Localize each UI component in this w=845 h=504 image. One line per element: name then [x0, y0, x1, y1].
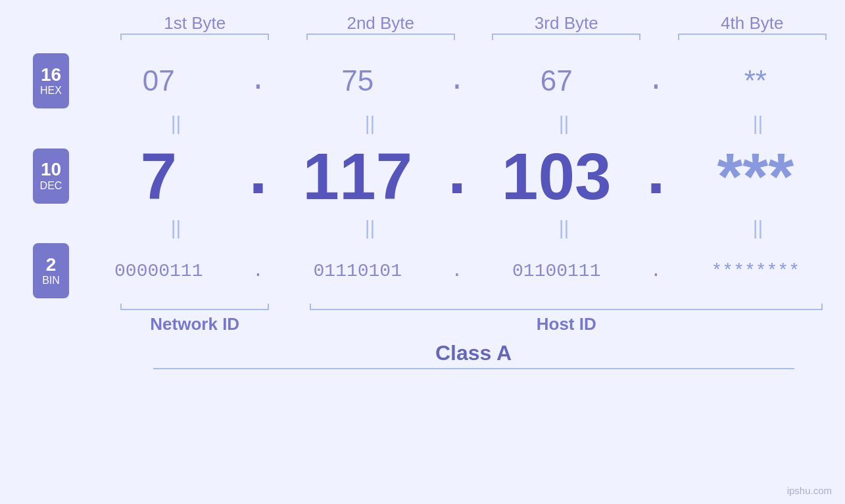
- byte3-header: 3rd Byte: [473, 13, 660, 34]
- bin-dot3: .: [646, 261, 666, 281]
- hex-badge: 16 HEX: [33, 53, 69, 108]
- bin-b4: ********: [712, 261, 800, 281]
- dec-row: 10 DEC 7 . 117 . 103 . ***: [0, 139, 845, 213]
- dec-badge-cell: 10 DEC: [0, 149, 69, 204]
- bracket-byte3: [473, 34, 660, 40]
- equals-sep-2: [457, 108, 477, 139]
- equals2-sep-1: [263, 213, 283, 243]
- dec-dot3: .: [646, 139, 666, 213]
- bin-b3: 01100111: [512, 261, 600, 281]
- dec-badge-label: DEC: [40, 180, 62, 192]
- dec-b2-cell: 117: [268, 143, 448, 209]
- byte2-header: 2nd Byte: [288, 13, 474, 34]
- hex-b3-cell: 67: [467, 64, 646, 97]
- bin-badge-cell: 2 BIN: [0, 243, 69, 298]
- main-container: 1st Byte 2nd Byte 3rd Byte 4th Byte 16 H…: [0, 0, 845, 504]
- watermark: ipshu.com: [787, 485, 832, 496]
- dec-b3: 103: [502, 143, 612, 209]
- dec-b3-cell: 103: [467, 143, 646, 209]
- host-bracket-wrapper: [288, 304, 846, 310]
- hex-dot3: .: [646, 64, 666, 97]
- byte1-header: 1st Byte: [102, 13, 288, 34]
- hex-badge-cell: 16 HEX: [0, 53, 69, 108]
- dec-b4: ***: [717, 143, 794, 209]
- dec-dot2: .: [447, 139, 467, 213]
- hex-b4: **: [744, 64, 767, 97]
- hex-dot2: .: [447, 64, 467, 97]
- equals-sep-0: [69, 108, 89, 139]
- bracket-line-1: [120, 34, 269, 40]
- hex-b2-cell: 75: [268, 64, 448, 97]
- bin-b1: 00000111: [114, 261, 203, 281]
- bin-dot1: .: [249, 261, 268, 281]
- equals-row-2: || || || ||: [0, 213, 845, 243]
- class-a-label: Class A: [435, 341, 512, 365]
- eq2-b3: ||: [477, 213, 651, 243]
- dec-b4-cell: ***: [666, 143, 846, 209]
- bin-badge-label: BIN: [42, 275, 60, 286]
- bin-b2: 01110101: [314, 261, 402, 281]
- hex-values-row: 07 . 75 . 67 . **: [69, 64, 845, 97]
- network-id-label: Network ID: [102, 314, 288, 334]
- bin-b1-cell: 00000111: [69, 261, 249, 281]
- equals2-sep-2: [457, 213, 477, 243]
- bracket-byte4: [660, 34, 846, 40]
- byte-headers-row: 1st Byte 2nd Byte 3rd Byte 4th Byte: [0, 13, 845, 34]
- bracket-byte1: [102, 34, 288, 40]
- eq1-b4: ||: [671, 108, 845, 139]
- equals-sep-1: [263, 108, 283, 139]
- dec-b2: 117: [302, 143, 412, 209]
- bin-row: 2 BIN 00000111 . 01110101 . 01100111 .: [0, 243, 845, 298]
- bin-b2-cell: 01110101: [268, 261, 448, 281]
- eq1-b2: ||: [283, 108, 457, 139]
- dec-values-row: 7 . 117 . 103 . ***: [69, 139, 845, 213]
- hex-b2: 75: [341, 64, 374, 97]
- eq2-b1: ||: [89, 213, 263, 243]
- equals-sep-3: [651, 108, 671, 139]
- bracket-byte2: [288, 34, 474, 40]
- net-bracket-wrapper: [102, 304, 288, 310]
- eq1-b3: ||: [477, 108, 651, 139]
- host-bracket-line: [310, 304, 823, 310]
- dec-b1-cell: 7: [69, 143, 249, 209]
- bin-b3-cell: 01100111: [467, 261, 646, 281]
- bottom-brackets: [102, 304, 845, 310]
- class-row: Class A: [0, 341, 845, 369]
- byte4-header: 4th Byte: [660, 13, 846, 34]
- bin-values-row: 00000111 . 01110101 . 01100111 . *******…: [69, 261, 845, 281]
- eq2-b2: ||: [283, 213, 457, 243]
- equals-row-1: || || || ||: [0, 108, 845, 139]
- eq2-b4: ||: [671, 213, 845, 243]
- hex-b1-cell: 07: [69, 64, 249, 97]
- class-wrapper: Class A: [153, 341, 794, 369]
- equals2-sep-3: [651, 213, 671, 243]
- hex-badge-label: HEX: [40, 85, 62, 97]
- eq1-b1: ||: [89, 108, 263, 139]
- dec-dot1: .: [249, 139, 268, 213]
- bracket-line-4: [678, 34, 827, 40]
- bottom-labels: Network ID Host ID: [102, 314, 845, 334]
- equals2-sep-0: [69, 213, 89, 243]
- hex-dot1: .: [249, 64, 268, 97]
- top-brackets: [0, 34, 845, 40]
- net-bracket-line: [120, 304, 269, 310]
- dec-badge: 10 DEC: [33, 149, 69, 204]
- host-id-label: Host ID: [288, 314, 846, 334]
- hex-badge-num: 16: [41, 65, 61, 85]
- dec-b1: 7: [140, 143, 177, 209]
- hex-b1: 07: [143, 64, 175, 97]
- bracket-line-2: [306, 34, 455, 40]
- bracket-line-3: [492, 34, 640, 40]
- bin-dot2: .: [447, 261, 467, 281]
- bin-badge: 2 BIN: [33, 243, 69, 298]
- bin-b4-cell: ********: [666, 261, 846, 281]
- hex-row: 16 HEX 07 . 75 . 67 . **: [0, 53, 845, 108]
- hex-b3: 67: [541, 64, 573, 97]
- bottom-section: Network ID Host ID: [0, 304, 845, 334]
- dec-badge-num: 10: [41, 160, 61, 180]
- bin-badge-num: 2: [46, 255, 57, 275]
- hex-b4-cell: **: [666, 64, 846, 97]
